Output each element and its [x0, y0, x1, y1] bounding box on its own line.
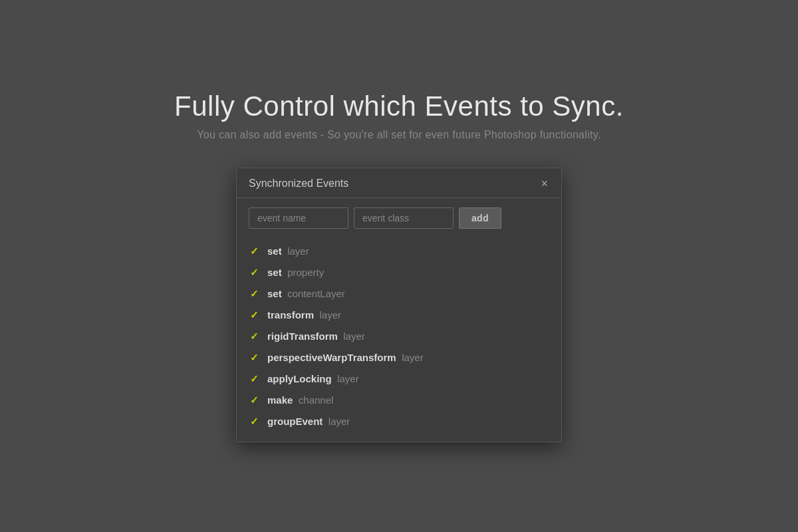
event-name: applyLocking: [267, 373, 332, 384]
checkbox-icon[interactable]: ✓: [249, 245, 259, 257]
event-name: set: [267, 288, 282, 299]
event-item[interactable]: ✓ transform layer: [237, 305, 561, 326]
event-item[interactable]: ✓ set property: [237, 262, 561, 283]
event-class: channel: [299, 394, 334, 406]
event-label: set contentLayer: [267, 288, 345, 300]
main-title: Fully Control which Events to Sync.: [174, 90, 624, 122]
dialog-header: Synchronized Events ×: [237, 168, 561, 198]
event-item[interactable]: ✓ perspectiveWarpTransform layer: [237, 347, 561, 368]
event-name: make: [267, 394, 293, 406]
event-name: groupEvent: [267, 416, 323, 427]
event-item[interactable]: ✓ rigidTransform layer: [237, 326, 561, 347]
event-class: layer: [402, 352, 424, 363]
event-label: rigidTransform layer: [267, 331, 365, 342]
event-name-input[interactable]: [249, 207, 348, 229]
dialog-close-button[interactable]: ×: [539, 178, 549, 190]
event-name: rigidTransform: [267, 331, 338, 342]
checkbox-icon[interactable]: ✓: [249, 331, 259, 342]
event-name: set: [267, 245, 282, 257]
checkbox-icon[interactable]: ✓: [249, 416, 259, 428]
event-class: layer: [329, 416, 350, 427]
event-item[interactable]: ✓ groupEvent layer: [237, 411, 561, 432]
event-item[interactable]: ✓ make channel: [237, 390, 561, 411]
checkbox-icon[interactable]: ✓: [249, 373, 259, 385]
checkbox-icon[interactable]: ✓: [249, 352, 259, 364]
synchronized-events-dialog: Synchronized Events × add ✓ set layer ✓ …: [236, 168, 562, 442]
event-class: layer: [319, 309, 341, 321]
events-list: ✓ set layer ✓ set property ✓ set content…: [237, 238, 561, 442]
page-header: Fully Control which Events to Sync. You …: [174, 90, 624, 141]
event-label: set property: [267, 267, 324, 279]
event-class: layer: [343, 331, 365, 342]
dialog-toolbar: add: [237, 198, 561, 238]
event-label: applyLocking layer: [267, 373, 359, 385]
checkbox-icon[interactable]: ✓: [249, 309, 259, 321]
event-class: layer: [287, 245, 309, 257]
event-class: property: [287, 267, 324, 278]
event-class: contentLayer: [287, 288, 345, 299]
event-class: layer: [337, 373, 359, 384]
event-item[interactable]: ✓ applyLocking layer: [237, 368, 561, 390]
event-label: transform layer: [267, 309, 341, 321]
event-label: groupEvent layer: [267, 416, 350, 428]
event-class-input[interactable]: [354, 207, 454, 229]
checkbox-icon[interactable]: ✓: [249, 267, 259, 279]
dialog-title: Synchronized Events: [249, 178, 348, 190]
add-event-button[interactable]: add: [459, 207, 501, 229]
event-name: set: [267, 267, 282, 278]
event-name: perspectiveWarpTransform: [267, 352, 396, 363]
event-label: perspectiveWarpTransform layer: [267, 352, 424, 364]
event-item[interactable]: ✓ set contentLayer: [237, 283, 561, 305]
event-label: make channel: [267, 394, 333, 406]
sub-title: You can also add events - So you're all …: [174, 129, 624, 141]
event-item[interactable]: ✓ set layer: [237, 241, 561, 262]
event-label: set layer: [267, 245, 309, 257]
checkbox-icon[interactable]: ✓: [249, 288, 259, 300]
checkbox-icon[interactable]: ✓: [249, 394, 259, 406]
event-name: transform: [267, 309, 314, 321]
